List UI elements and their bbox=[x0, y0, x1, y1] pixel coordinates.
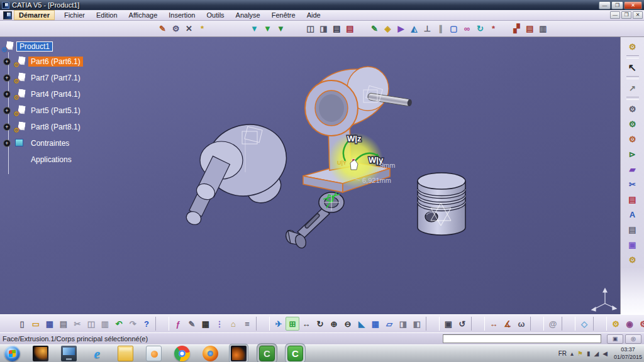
separator[interactable] bbox=[626, 97, 639, 100]
tree-item-label[interactable]: Part8 (Part8.1) bbox=[28, 122, 83, 132]
separator[interactable] bbox=[562, 317, 575, 331]
menu-fenetre[interactable]: Fenêtre bbox=[266, 11, 301, 19]
taskbar-media-player[interactable] bbox=[146, 346, 162, 361]
play-icon[interactable]: ▶ bbox=[394, 22, 408, 35]
calculator-icon[interactable]: ▦ bbox=[199, 317, 213, 331]
menu-outils[interactable]: Outils bbox=[201, 11, 230, 19]
tree-expander-icon[interactable]: + bbox=[3, 90, 11, 98]
taskbar-chrome[interactable] bbox=[174, 346, 190, 361]
crankshaft-part[interactable] bbox=[184, 114, 296, 227]
sheets-icon[interactable]: ▤ bbox=[625, 222, 640, 237]
save-version-cyan-icon[interactable]: ▼ bbox=[248, 22, 261, 35]
clip-icon[interactable]: ∥ bbox=[434, 22, 447, 35]
knowledge-fx-icon[interactable]: ƒ bbox=[171, 317, 185, 331]
inertia-icon[interactable]: ω bbox=[514, 317, 528, 331]
measure-item-icon[interactable]: ∡ bbox=[501, 317, 514, 331]
menu-insertion[interactable]: Insertion bbox=[163, 11, 201, 19]
sheet-tree-icon[interactable]: ▤ bbox=[330, 22, 343, 35]
compass-z-label[interactable]: W|z bbox=[347, 134, 362, 143]
annotation-table-icon[interactable]: A bbox=[625, 207, 640, 222]
tree-item-part7[interactable]: + ⚙ Part7 (Part7.1) bbox=[2, 70, 83, 86]
tree-item-part5[interactable]: + ⚙ Part5 (Part5.1) bbox=[2, 102, 83, 119]
prism-icon[interactable]: ◭ bbox=[408, 22, 421, 35]
tree-item-label[interactable]: Part4 (Part4.1) bbox=[28, 89, 83, 99]
render-style-2-icon[interactable]: ◧ bbox=[410, 317, 424, 331]
close-button[interactable]: ✕ bbox=[624, 1, 642, 9]
tree-item-part4[interactable]: + ⚙ Part4 (Part4.1) bbox=[2, 86, 83, 102]
piston-part[interactable] bbox=[418, 173, 465, 235]
iso-view-icon[interactable]: ▱ bbox=[382, 317, 396, 331]
taskbar-explorer[interactable] bbox=[118, 346, 133, 361]
tree-expander-icon[interactable]: + bbox=[3, 123, 11, 131]
fly-through-icon[interactable]: ✈ bbox=[272, 317, 286, 331]
status-compass-icon[interactable]: ◎ bbox=[625, 334, 641, 344]
menu-aide[interactable]: Aide bbox=[301, 11, 326, 19]
frame-icon[interactable]: ▢ bbox=[447, 22, 460, 35]
fit-all-icon[interactable]: ⊞ bbox=[286, 317, 299, 331]
mdi-restore-button[interactable]: ❐ bbox=[621, 11, 631, 19]
mdi-close-button[interactable]: ✕ bbox=[633, 11, 643, 19]
undo-icon[interactable]: ↶ bbox=[112, 317, 126, 331]
swap-space-icon[interactable]: ◇ bbox=[577, 317, 591, 331]
tree-expander-icon[interactable]: + bbox=[3, 58, 11, 65]
tree-item-part6[interactable]: + ⚙ Part6 (Part6.1) bbox=[2, 53, 83, 70]
anchor-icon[interactable]: ⊥ bbox=[421, 22, 434, 35]
gear-box-icon[interactable]: ⚙ bbox=[625, 116, 640, 131]
workbench-icon[interactable] bbox=[3, 11, 12, 19]
separator[interactable] bbox=[593, 317, 607, 331]
apply-material-icon[interactable]: ⚙ bbox=[609, 317, 623, 331]
language-indicator[interactable]: FR bbox=[558, 350, 567, 357]
save-version-green-icon[interactable]: ▼ bbox=[261, 22, 274, 35]
separator[interactable] bbox=[155, 317, 169, 331]
help-icon[interactable]: ? bbox=[140, 317, 153, 331]
print-icon[interactable]: ▤ bbox=[57, 317, 70, 331]
open-folder-icon[interactable]: ▭ bbox=[29, 317, 43, 331]
tree-expander-icon[interactable]: + bbox=[3, 140, 11, 147]
taskbar-camtasia[interactable]: C bbox=[287, 346, 303, 361]
menu-edition[interactable]: Edition bbox=[91, 11, 123, 19]
pan-icon[interactable]: ↔ bbox=[299, 317, 313, 331]
datum-wireframe-icon[interactable]: ✕ bbox=[182, 22, 196, 35]
window-split-icon[interactable]: ◫ bbox=[304, 22, 317, 35]
tree-item-label[interactable]: Part5 (Part5.1) bbox=[28, 106, 83, 116]
cut-icon[interactable]: ✂ bbox=[70, 317, 84, 331]
refresh-icon[interactable]: ↻ bbox=[474, 22, 487, 35]
tree-item-label[interactable]: Contraintes bbox=[28, 138, 72, 148]
select-tool-icon[interactable]: ↖ bbox=[625, 60, 640, 75]
paste-icon[interactable]: ▥ bbox=[98, 317, 112, 331]
spiral-icon[interactable]: @ bbox=[546, 317, 560, 331]
window-cascade-icon[interactable]: ◨ bbox=[317, 22, 330, 35]
copy-icon[interactable]: ◫ bbox=[84, 317, 98, 331]
save-sync-icon[interactable]: ▼ bbox=[274, 22, 287, 35]
fly-mode-icon[interactable]: ↗ bbox=[625, 80, 640, 96]
comment-icon[interactable]: ✎ bbox=[185, 317, 199, 331]
taskbar-ie[interactable]: e bbox=[89, 346, 105, 361]
gear-tools-icon[interactable]: ⚙ bbox=[169, 22, 182, 35]
new-document-icon[interactable]: ▯ bbox=[15, 317, 29, 331]
rotate-icon[interactable]: ↻ bbox=[313, 317, 327, 331]
insert-part-icon[interactable]: ⊳ bbox=[625, 146, 640, 162]
restore-button[interactable]: ❐ bbox=[611, 1, 623, 9]
power-input-field[interactable] bbox=[443, 334, 601, 343]
action-center-icon[interactable]: ⚑ bbox=[577, 350, 583, 357]
clock[interactable]: 03:37 01/07/2015 bbox=[614, 346, 642, 361]
tree-expander-icon[interactable]: + bbox=[3, 74, 11, 82]
zoom-in-icon[interactable]: ⊕ bbox=[327, 317, 341, 331]
connecting-rod-part[interactable] bbox=[284, 192, 344, 250]
burst-icon[interactable]: * bbox=[487, 22, 500, 35]
menu-demarrer[interactable]: Démarrer bbox=[14, 10, 55, 20]
taskbar-camtasia-recorder[interactable]: C bbox=[259, 346, 275, 361]
zoom-out-icon[interactable]: ⊖ bbox=[341, 317, 355, 331]
multi-view-icon[interactable]: ▦ bbox=[369, 317, 382, 331]
mdi-minimize-button[interactable]: — bbox=[610, 11, 620, 19]
cut-assembly-icon[interactable]: ✂ bbox=[625, 177, 640, 192]
replace-part-icon[interactable]: ▰ bbox=[625, 162, 640, 177]
separator[interactable] bbox=[626, 55, 639, 58]
catalog-icon[interactable]: ▞ bbox=[510, 22, 523, 35]
link-icon[interactable]: ∞ bbox=[460, 22, 474, 35]
viewport-3d[interactable]: W|z W|y U|Y 9mm 6,921mm bbox=[0, 37, 620, 314]
clash-icon[interactable]: ⚙ bbox=[636, 317, 644, 331]
tree-item-label[interactable]: Applications bbox=[28, 155, 74, 165]
minimize-button[interactable]: — bbox=[599, 1, 611, 9]
tree-item-label[interactable]: Part6 (Part6.1) bbox=[28, 57, 83, 67]
